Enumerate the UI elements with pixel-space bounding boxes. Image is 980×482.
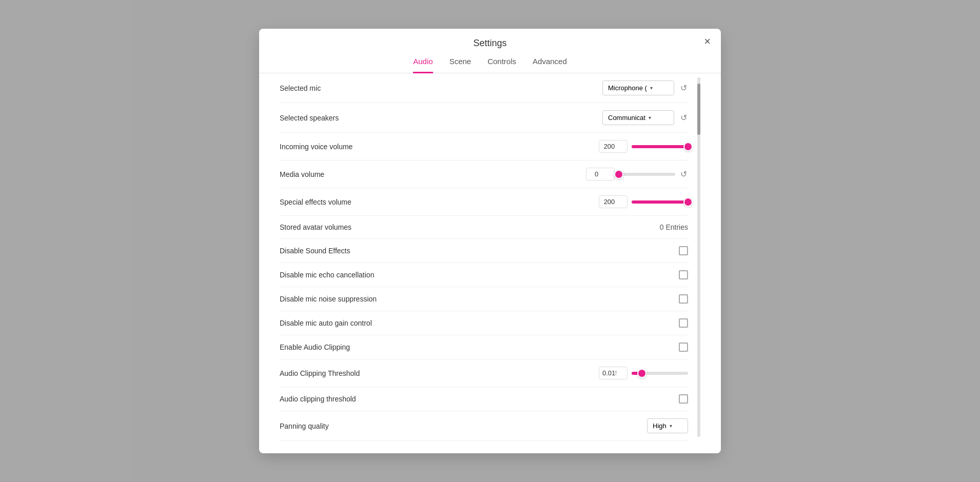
control-disable-mic-echo: [679, 270, 688, 279]
row-selected-mic: Selected mic Microphone ( ▾ ↺: [280, 73, 688, 103]
media-volume-input[interactable]: [586, 168, 615, 180]
enable-audio-clipping-checkbox[interactable]: [679, 343, 688, 352]
media-volume-thumb[interactable]: [614, 170, 623, 179]
incoming-voice-volume-thumb[interactable]: [683, 142, 693, 151]
special-effects-volume-track: [632, 200, 688, 204]
control-audio-clipping-threshold: [599, 367, 688, 379]
settings-scroll-area[interactable]: Selected mic Microphone ( ▾ ↺ Selected s…: [280, 73, 694, 441]
row-disable-mic-noise: Disable mic noise suppression: [280, 287, 688, 311]
modal-header: Settings ×: [259, 29, 721, 49]
row-selected-speakers: Selected speakers Communicat ▾ ↺: [280, 103, 688, 133]
row-enable-audio-clipping: Enable Audio Clipping: [280, 335, 688, 359]
audio-clipping-threshold-input[interactable]: [599, 367, 628, 379]
incoming-voice-volume-track: [632, 145, 688, 148]
row-stored-avatar-volumes: Stored avatar volumes 0 Entries: [280, 216, 688, 239]
label-disable-mic-echo: Disable mic echo cancellation: [280, 271, 679, 279]
control-selected-mic: Microphone ( ▾ ↺: [602, 81, 688, 95]
speakers-dropdown-arrow: ▾: [649, 115, 651, 120]
label-disable-sound-effects: Disable Sound Effects: [280, 247, 679, 255]
incoming-voice-volume-fill: [632, 145, 688, 148]
label-disable-mic-auto-gain: Disable mic auto gain control: [280, 319, 679, 327]
speakers-dropdown-value: Communicat: [608, 114, 645, 122]
special-effects-volume-input[interactable]: [599, 195, 628, 208]
label-panning-quality: Panning quality: [280, 422, 647, 430]
mic-dropdown-value: Microphone (: [608, 84, 647, 92]
row-disable-sound-effects: Disable Sound Effects: [280, 239, 688, 263]
label-disable-mic-noise: Disable mic noise suppression: [280, 295, 679, 303]
stored-avatar-entries: 0 Entries: [660, 223, 688, 231]
label-incoming-voice-volume: Incoming voice volume: [280, 143, 599, 151]
mic-dropdown-arrow: ▾: [650, 85, 653, 91]
label-special-effects-volume: Special effects volume: [280, 198, 599, 206]
row-audio-clipping-threshold: Audio Clipping Threshold: [280, 359, 688, 387]
label-enable-audio-clipping: Enable Audio Clipping: [280, 343, 679, 351]
control-stored-avatar-volumes: 0 Entries: [660, 223, 688, 231]
media-volume-reset-button[interactable]: ↺: [679, 169, 688, 179]
row-audio-clipping-threshold-check: Audio clipping threshold: [280, 387, 688, 411]
incoming-voice-volume-input[interactable]: [599, 140, 628, 153]
tab-advanced[interactable]: Advanced: [533, 57, 567, 73]
label-audio-clipping-threshold-check: Audio clipping threshold: [280, 395, 679, 403]
label-media-volume: Media volume: [280, 170, 586, 178]
tab-scene[interactable]: Scene: [449, 57, 472, 73]
control-disable-mic-noise: [679, 294, 688, 304]
audio-clipping-threshold-track: [632, 372, 688, 375]
tabs-bar: Audio Scene Controls Advanced: [259, 49, 721, 73]
control-selected-speakers: Communicat ▾ ↺: [602, 110, 688, 125]
audio-clipping-threshold-thumb[interactable]: [637, 369, 646, 378]
panning-quality-dropdown[interactable]: High ▾: [647, 418, 688, 433]
speakers-dropdown[interactable]: Communicat ▾: [602, 110, 674, 125]
control-disable-sound-effects: [679, 246, 688, 255]
control-incoming-voice-volume: [599, 140, 688, 153]
label-selected-speakers: Selected speakers: [280, 114, 602, 122]
modal-title: Settings: [473, 38, 506, 49]
control-special-effects-volume: [599, 195, 688, 208]
scrollbar-thumb[interactable]: [697, 84, 700, 135]
disable-mic-echo-checkbox[interactable]: [679, 270, 688, 279]
disable-mic-auto-gain-checkbox[interactable]: [679, 318, 688, 328]
row-incoming-voice-volume: Incoming voice volume: [280, 133, 688, 160]
mic-reset-button[interactable]: ↺: [679, 83, 688, 93]
control-enable-audio-clipping: [679, 343, 688, 352]
row-special-effects-volume: Special effects volume: [280, 188, 688, 216]
row-disable-mic-auto-gain: Disable mic auto gain control: [280, 311, 688, 335]
mic-dropdown[interactable]: Microphone ( ▾: [602, 81, 674, 95]
row-panning-quality: Panning quality High ▾: [280, 411, 688, 441]
row-media-volume: Media volume ↺: [280, 160, 688, 188]
scrollbar[interactable]: [694, 77, 700, 437]
tab-controls[interactable]: Controls: [487, 57, 516, 73]
speakers-reset-button[interactable]: ↺: [679, 113, 688, 123]
settings-modal: Settings × Audio Scene Controls Advanced…: [259, 29, 721, 453]
panning-quality-arrow: ▾: [670, 423, 672, 429]
label-stored-avatar-volumes: Stored avatar volumes: [280, 223, 660, 231]
control-audio-clipping-threshold-check: [679, 394, 688, 404]
modal-body: Selected mic Microphone ( ▾ ↺ Selected s…: [259, 73, 721, 453]
label-audio-clipping-threshold: Audio Clipping Threshold: [280, 369, 599, 377]
settings-content: Selected mic Microphone ( ▾ ↺ Selected s…: [280, 73, 694, 441]
audio-clipping-threshold-checkbox[interactable]: [679, 394, 688, 404]
special-effects-volume-thumb[interactable]: [683, 197, 693, 207]
modal-overlay: Settings × Audio Scene Controls Advanced…: [0, 0, 980, 482]
row-disable-mic-echo: Disable mic echo cancellation: [280, 263, 688, 287]
disable-sound-effects-checkbox[interactable]: [679, 246, 688, 255]
label-selected-mic: Selected mic: [280, 84, 602, 92]
control-panning-quality: High ▾: [647, 418, 688, 433]
close-button[interactable]: ×: [704, 36, 711, 47]
panning-quality-value: High: [653, 422, 667, 430]
disable-mic-noise-checkbox[interactable]: [679, 294, 688, 304]
control-disable-mic-auto-gain: [679, 318, 688, 328]
tab-audio[interactable]: Audio: [413, 57, 433, 73]
media-volume-track: [619, 173, 675, 176]
control-media-volume: ↺: [586, 168, 688, 180]
special-effects-volume-fill: [632, 200, 688, 204]
